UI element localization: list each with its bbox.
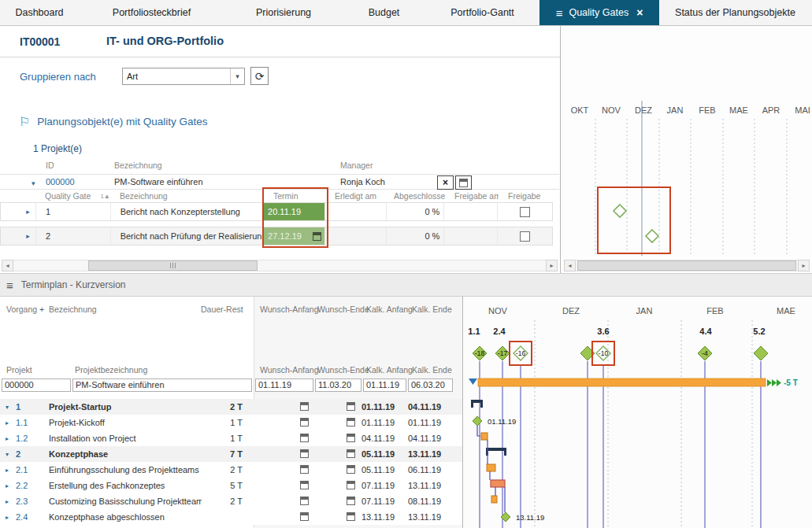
calendar-icon[interactable] (347, 512, 355, 521)
task-number[interactable]: 1 (14, 402, 49, 412)
task-row[interactable]: ▾ 1 Projekt-Startup 2 T 01.11.19 04.11.1… (0, 399, 463, 415)
expand-icon[interactable]: ▸ (6, 498, 9, 505)
chevron-down-icon[interactable]: ▾ (230, 68, 244, 84)
kalk-ende-field[interactable]: 06.03.20 (408, 378, 453, 392)
scrollbar-track[interactable] (576, 260, 798, 271)
tab-quality-gates[interactable]: ≡ Quality Gates × (539, 0, 659, 25)
hamburger-icon[interactable]: ≡ (556, 6, 563, 20)
horizontal-scrollbar[interactable]: ◂ ▸ (2, 260, 558, 271)
erledigt-am-cell[interactable] (325, 227, 387, 245)
col-kalk-anfang[interactable]: Kalk. Anfang (366, 305, 413, 314)
expand-icon[interactable]: ▸ (6, 467, 9, 474)
col-kalk-ende[interactable]: Kalk. Ende (412, 305, 452, 314)
project-id[interactable]: 000000 (46, 177, 75, 186)
hamburger-icon[interactable]: ≡ (6, 279, 13, 292)
calendar-icon[interactable] (300, 418, 309, 426)
task-number[interactable]: 2 (14, 449, 49, 459)
col-wunsch-ende[interactable]: Wunsch-Ende (317, 305, 369, 314)
task-row[interactable]: ▸ 2.1 Einführungsschulung des Projekttea… (0, 462, 463, 478)
freigabe-checkbox[interactable] (520, 231, 530, 242)
wunsch-ende-cell[interactable] (347, 481, 362, 491)
calendar-icon[interactable] (347, 434, 355, 442)
scrollbar-track[interactable] (13, 260, 546, 271)
calendar-icon[interactable] (300, 449, 309, 458)
task-row[interactable]: ▸ 2.3 Customizing Basisschulung Projektt… (0, 493, 463, 509)
calendar-icon[interactable] (300, 481, 309, 489)
task-bar-customizing[interactable] (491, 496, 497, 503)
task-bar-fachkonzept[interactable] (491, 480, 505, 487)
gate-row[interactable]: ▸ 2 Bericht nach Prüfung der Realisierun… (0, 227, 553, 246)
termin-date-cell[interactable]: 20.11.19 (264, 203, 324, 220)
expand-icon[interactable]: ▸ (6, 419, 9, 426)
wunsch-ende-field[interactable]: 11.03.20 (315, 378, 362, 392)
collapse-icon[interactable]: ▾ (32, 179, 35, 187)
tab-dashboard[interactable]: Dashboard (0, 0, 79, 25)
col-vorgang[interactable]: Vorgang (6, 305, 37, 314)
freigabe-am-cell[interactable] (444, 203, 498, 220)
calendar-icon[interactable] (300, 465, 309, 474)
expand-icon[interactable]: ▸ (26, 208, 30, 216)
task-number[interactable]: 2.1 (14, 465, 49, 474)
calendar-icon[interactable] (347, 402, 355, 411)
terminplan-section-bar[interactable]: ≡ Terminplan - Kurzversion (0, 273, 812, 297)
quality-gate-milestone[interactable] (646, 230, 658, 242)
calendar-icon[interactable] (313, 232, 321, 241)
calendar-icon[interactable] (300, 512, 309, 521)
calendar-icon[interactable] (300, 402, 309, 411)
project-gantt-bar[interactable] (478, 378, 766, 386)
expand-icon[interactable]: ▸ (6, 514, 9, 521)
erledigt-am-cell[interactable] (325, 203, 387, 220)
project-id-field[interactable]: 000000 (2, 378, 71, 392)
group-by-select[interactable]: Art ▾ (122, 68, 245, 85)
col-freigabe-am[interactable]: Freigabe am (445, 190, 499, 202)
wunsch-anfang-cell[interactable] (300, 449, 313, 460)
calendar-icon[interactable] (347, 418, 355, 426)
task-row[interactable]: ▸ 1.2 Installation von Project 1 T 04.11… (0, 430, 463, 446)
wunsch-anfang-cell[interactable] (300, 512, 313, 522)
expand-icon[interactable]: ▸ (26, 232, 30, 240)
expand-all-button[interactable]: + (39, 305, 44, 314)
task-bar-installation[interactable] (481, 433, 488, 440)
wunsch-ende-cell[interactable] (347, 465, 362, 475)
refresh-button[interactable]: ⟳ (250, 67, 269, 85)
task-number[interactable]: 1.2 (14, 434, 49, 443)
tab-portfolio-gantt[interactable]: Portfolio-Gantt (425, 0, 539, 25)
wunsch-ende-cell[interactable] (347, 497, 362, 507)
col-dauer-rest[interactable]: Dauer-Rest (201, 305, 243, 314)
task-row[interactable]: ▾ 2 Konzeptphase 7 T 05.11.19 13.11.19 (0, 446, 463, 462)
expand-icon[interactable]: ▸ (6, 435, 9, 442)
col-termin[interactable]: Termin (264, 190, 325, 202)
task-bar-einfuehrungsschulung[interactable] (487, 464, 495, 471)
project-row[interactable]: ▾ 000000 PM-Software einführen Ronja Koc… (0, 174, 559, 190)
tab-portfoliosteckbrief[interactable]: Portfoliosteckbrief (79, 0, 224, 25)
scrollbar-thumb[interactable] (88, 260, 258, 271)
calendar-icon[interactable] (347, 449, 355, 458)
scroll-right-button[interactable]: ▸ (798, 260, 810, 271)
task-number[interactable]: 1.1 (14, 418, 49, 427)
col-erledigt-am[interactable]: Erledigt am (325, 190, 387, 202)
scroll-right-button[interactable]: ▸ (546, 260, 558, 271)
calendar-icon[interactable] (300, 497, 309, 505)
freigabe-checkbox[interactable] (520, 207, 530, 217)
tab-priorisierung[interactable]: Priorisierung (224, 0, 343, 25)
wunsch-anfang-cell[interactable] (300, 465, 313, 475)
col-wunsch-anfang[interactable]: Wunsch-Anfang (260, 305, 319, 314)
delete-button[interactable]: × (437, 175, 454, 190)
wunsch-anfang-cell[interactable] (300, 434, 313, 444)
calendar-icon[interactable] (347, 481, 355, 489)
scroll-left-button[interactable]: ◂ (2, 260, 13, 271)
scrollbar-thumb[interactable] (577, 260, 796, 271)
calendar-icon[interactable] (347, 497, 355, 505)
calendar-button[interactable] (455, 175, 472, 190)
tab-budget[interactable]: Budget (343, 0, 425, 25)
col-quality-gate[interactable]: Quality Gate (45, 191, 91, 201)
task-number[interactable]: 2.3 (14, 497, 49, 506)
tab-status-planungsobjekte[interactable]: Status der Planungsobjekte (659, 0, 811, 25)
wunsch-ende-cell[interactable] (347, 418, 362, 428)
wunsch-anfang-cell[interactable] (300, 497, 313, 507)
col-gate-bezeichnung[interactable]: Bezeichnung (110, 190, 264, 202)
collapse-icon[interactable]: ▾ (6, 404, 9, 411)
col-freigabe[interactable]: Freigabe (499, 190, 553, 202)
horizontal-scrollbar[interactable]: ◂ ▸ (564, 260, 810, 271)
task-row[interactable]: ▸ 1.1 Projekt-Kickoff 1 T 01.11.19 01.11… (0, 415, 463, 430)
